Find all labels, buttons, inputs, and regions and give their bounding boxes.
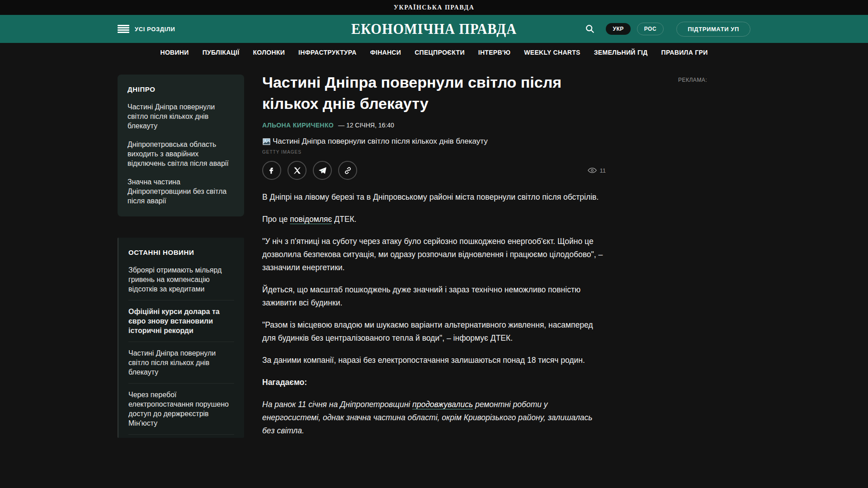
nav-item[interactable]: КОЛОНКИ	[253, 49, 285, 56]
top-brand-bar: УКРАЇНСЬКА ПРАВДА	[0, 0, 868, 15]
view-count: 11	[600, 167, 606, 174]
inline-link[interactable]: продовжувались	[412, 400, 473, 409]
main-nav: НОВИНИПУБЛІКАЦІЇКОЛОНКИІНФРАСТРУКТУРАФІН…	[0, 43, 868, 62]
search-icon[interactable]	[584, 23, 596, 35]
nav-item[interactable]: НОВИНИ	[160, 49, 189, 56]
sidebar-article-link[interactable]: Частині Дніпра повернули світло після кі…	[127, 102, 234, 131]
menu-label: УСІ РОЗДІЛИ	[135, 26, 175, 33]
share-x-button[interactable]	[288, 161, 307, 180]
nav-item[interactable]: WEEKLY CHARTS	[524, 49, 580, 56]
inline-link[interactable]: повідомляє	[290, 215, 332, 224]
paragraph-text: "У ніч з п'ятниці на суботу через атаку …	[262, 237, 603, 272]
article-body: В Дніпрі на лівому березі та в Дніпровсь…	[262, 191, 606, 437]
image-alt-text: Частині Дніпра повернули світло після кі…	[273, 137, 488, 146]
latest-news-title: ОСТАННІ НОВИНИ	[128, 249, 234, 256]
nav-item[interactable]: ІНТЕРВ'Ю	[478, 49, 511, 56]
site-header: УСІ РОЗДІЛИ ЕКОНОМІЧНА ПРАВДА УКР РОС ПІ…	[0, 15, 868, 43]
nav-item[interactable]: ПРАВИЛА ГРИ	[661, 49, 708, 56]
sidebar-article-link[interactable]: Значна частина Дніпропетровщини без світ…	[127, 177, 234, 206]
lang-toggle-ukr[interactable]: УКР	[606, 23, 630, 35]
broken-image-icon	[262, 137, 271, 146]
paragraph-text: "Разом із місцевою владою ми шукаємо вар…	[262, 320, 593, 343]
share-row: 11	[262, 161, 606, 180]
author-link[interactable]: АЛЬОНА КИРИЧЕНКО	[262, 122, 334, 129]
article-paragraph: Йдеться, що масштаб пошкоджень дуже знач…	[262, 283, 606, 310]
nav-item[interactable]: ІНФРАСТРУКТУРА	[298, 49, 357, 56]
article-title: Частині Дніпра повернули світло після кі…	[262, 72, 588, 114]
x-twitter-icon	[293, 167, 301, 174]
view-counter: 11	[588, 167, 606, 174]
byline: АЛЬОНА КИРИЧЕНКО — 12 СІЧНЯ, 16:40	[262, 122, 606, 129]
all-sections-menu-button[interactable]: УСІ РОЗДІЛИ	[118, 25, 175, 33]
article-paragraph: На ранок 11 січня на Дніпропетровщині пр…	[262, 398, 606, 437]
publish-date: — 12 СІЧНЯ, 16:40	[338, 122, 394, 129]
hamburger-icon	[118, 25, 129, 33]
paragraph-text: Йдеться, що масштаб пошкоджень дуже знач…	[262, 285, 580, 307]
paragraph-text: ДТЕК.	[332, 215, 356, 224]
nav-item[interactable]: ПУБЛІКАЦІЇ	[203, 49, 240, 56]
sidebar-article-link[interactable]: Офіційні курси долара та євро знову вста…	[128, 300, 234, 335]
paragraph-text: В Дніпрі на лівому березі та в Дніпровсь…	[262, 192, 599, 202]
sidebar-article-link[interactable]: Зброярі отримають мільярд гривень на ком…	[128, 265, 234, 294]
site-logo[interactable]: ЕКОНОМІЧНА ПРАВДА	[351, 21, 517, 38]
dnipro-widget: ДНІПРО Частині Дніпра повернули світло п…	[118, 75, 244, 216]
share-facebook-button[interactable]	[262, 161, 281, 180]
dnipro-widget-title: ДНІПРО	[127, 85, 234, 93]
paragraph-text: Про це	[262, 215, 290, 224]
ukrainska-pravda-link[interactable]: УКРАЇНСЬКА ПРАВДА	[394, 4, 475, 11]
paragraph-text: За даними компанії, наразі без електропо…	[262, 356, 585, 365]
ad-label: РЕКЛАМА:	[678, 77, 750, 83]
sidebar-article-link[interactable]: Д	[128, 434, 234, 438]
image-credit: GETTY IMAGES	[262, 150, 606, 155]
nav-item[interactable]: ЗЕМЕЛЬНИЙ ГІД	[594, 49, 648, 56]
article-paragraph: Нагадаємо:	[262, 376, 606, 389]
sidebar-article-link[interactable]: Через перебої електропостачання порушено…	[128, 383, 234, 428]
nav-item[interactable]: СПЕЦПРОЄКТИ	[415, 49, 465, 56]
article-image-broken: Частині Дніпра повернули світло після кі…	[262, 137, 606, 146]
sidebar-article-link[interactable]: Частині Дніпра повернули світло після кі…	[128, 342, 234, 377]
telegram-icon	[318, 166, 327, 175]
paragraph-text: На ранок 11 січня на Дніпропетровщині	[262, 400, 412, 409]
article-paragraph: Про це повідомляє ДТЕК.	[262, 213, 606, 226]
sidebar-article-link[interactable]: Дніпропетровська область виходить з авар…	[127, 140, 234, 168]
ad-column: РЕКЛАМА:	[678, 62, 750, 83]
paragraph-text: Нагадаємо:	[262, 378, 307, 387]
lang-toggle-ros[interactable]: РОС	[637, 23, 664, 35]
support-up-button[interactable]: ПІДТРИМАТИ УП	[676, 22, 750, 37]
eye-icon	[588, 167, 597, 174]
nav-item[interactable]: ФІНАНСИ	[370, 49, 401, 56]
copy-link-icon	[344, 166, 352, 175]
share-copy-link-button[interactable]	[338, 161, 357, 180]
article-paragraph: "У ніч з п'ятниці на суботу через атаку …	[262, 235, 606, 274]
facebook-icon	[268, 166, 276, 174]
article-paragraph: В Дніпрі на лівому березі та в Дніпровсь…	[262, 191, 606, 204]
latest-news-widget: ОСТАННІ НОВИНИ Зброярі отримають мільярд…	[118, 238, 244, 438]
left-sidebar: ДНІПРО Частині Дніпра повернули світло п…	[118, 62, 244, 438]
article-paragraph: "Разом із місцевою владою ми шукаємо вар…	[262, 319, 606, 345]
share-telegram-button[interactable]	[313, 161, 332, 180]
article-paragraph: За даними компанії, наразі без електропо…	[262, 354, 606, 367]
article: Частині Дніпра повернули світло після кі…	[262, 62, 606, 446]
